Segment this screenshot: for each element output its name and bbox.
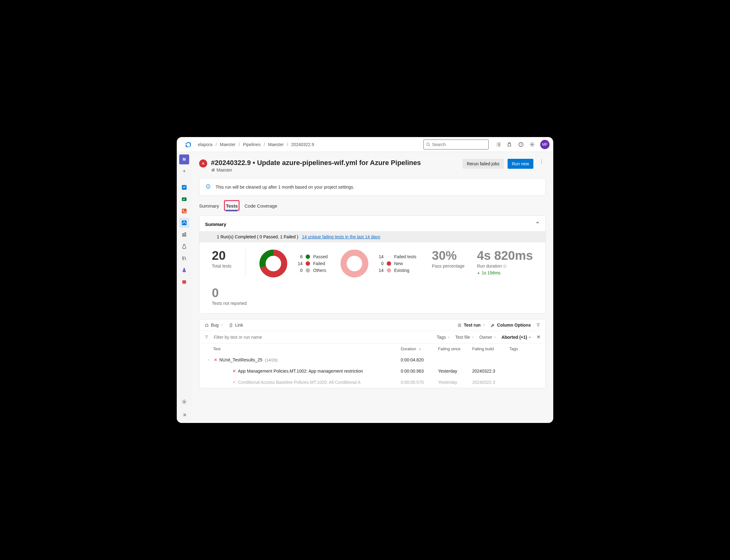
user-avatar[interactable]: MF (540, 140, 549, 149)
legend-passed: 6Passed (295, 254, 328, 259)
list-icon (457, 323, 462, 328)
fail-icon: ✕ (232, 380, 236, 385)
fail-icon: ✕ (232, 369, 236, 374)
run-title: #20240322.9 • Update azure-pipelines-wif… (211, 159, 459, 167)
crumb-org[interactable]: elapora (198, 142, 213, 147)
sidebar-environments-icon[interactable] (179, 230, 189, 240)
retention-banner-text: This run will be cleaned up after 1 mont… (216, 185, 355, 190)
svg-point-21 (206, 324, 208, 327)
column-options-button[interactable]: Column Options (490, 323, 531, 328)
sidebar-packages-icon[interactable] (179, 277, 189, 287)
crumb-pipeline[interactable]: Maester (268, 142, 284, 147)
summary-strip: 1 Run(s) Completed ( 0 Passed, 1 Failed … (200, 231, 545, 242)
table-header: Test Duration Failing since Failing buil… (200, 343, 545, 354)
arrow-down-icon (477, 271, 480, 275)
col-test[interactable]: Test (213, 347, 401, 351)
table-row[interactable]: ✕ Conditional Access Baseline Policies.M… (200, 377, 545, 388)
filter-testfile[interactable]: Test file (455, 335, 474, 340)
search-icon (426, 142, 430, 147)
group-duration: 0:00:04.820 (401, 357, 438, 362)
search-input[interactable] (432, 142, 486, 147)
azure-devops-logo[interactable] (184, 141, 192, 148)
summary-heading: Summary (205, 222, 226, 227)
not-reported-value: 0 (212, 287, 533, 299)
filter-tags[interactable]: Tags (437, 335, 450, 340)
legend-failed-tests: 14Failed tests (376, 254, 416, 259)
chevron-down-icon (482, 324, 485, 327)
svg-point-11 (184, 401, 185, 403)
svg-point-6 (183, 209, 184, 210)
fail-icon: ✕ (214, 357, 218, 362)
crumb-project[interactable]: Maester (220, 142, 236, 147)
legend-others: 0Others (295, 268, 328, 273)
tab-tests[interactable]: Tests (226, 201, 238, 211)
sidebar-boards-icon[interactable] (179, 194, 189, 204)
run-new-button[interactable]: Run new (507, 159, 533, 169)
test-name: App Management Policies.MT.1002: App man… (238, 369, 401, 374)
marketplace-icon[interactable] (507, 141, 513, 148)
more-actions-button[interactable]: ⋮ (537, 159, 546, 165)
chevron-down-icon (221, 324, 224, 327)
filter-icon (204, 335, 209, 339)
link-button[interactable]: Link (229, 323, 243, 328)
failing-build: 20240322.3 (472, 369, 509, 374)
summary-strip-text: 1 Run(s) Completed ( 0 Passed, 1 Failed … (217, 234, 298, 239)
tests-panel: Bug Link Test run Colu (199, 319, 546, 388)
tab-code-coverage[interactable]: Code Coverage (245, 201, 277, 211)
wrench-icon (490, 323, 495, 328)
tab-summary[interactable]: Summary (199, 201, 219, 211)
sidebar-pipelines-icon[interactable] (179, 218, 189, 228)
table-row[interactable]: ✕ App Management Policies.MT.1002: App m… (200, 365, 545, 377)
filter-status[interactable]: Aborted (+1) (501, 335, 531, 340)
sidebar-repos-icon[interactable] (179, 206, 189, 216)
expand-toggle[interactable] (206, 358, 212, 361)
failed-donut-chart (340, 249, 369, 278)
sidebar-artifacts-icon[interactable] (179, 265, 189, 275)
sort-down-icon (418, 347, 421, 351)
sidebar-overview-icon[interactable] (179, 182, 189, 192)
crumb-run[interactable]: 20240322.9 (291, 142, 314, 147)
info-small-icon[interactable] (503, 264, 507, 268)
not-reported-label: Tests not reported (212, 301, 533, 306)
help-icon[interactable]: ? (518, 141, 524, 148)
testrun-dropdown[interactable]: Test run (457, 323, 485, 328)
collapse-icon[interactable]: ⌃ (535, 221, 540, 227)
run-project[interactable]: Maester (211, 168, 459, 172)
duration-delta: 1s 156ms (477, 270, 533, 275)
filter-input[interactable] (214, 335, 295, 340)
col-failing-since[interactable]: Failing since (438, 347, 472, 351)
run-duration-label: Run duration (477, 264, 533, 269)
filter-owner[interactable]: Owner (479, 335, 496, 340)
table-group-row[interactable]: ✕ NUnit_TestResults_25 (14/20) 0:00:04.8… (200, 354, 545, 365)
filter-toggle[interactable] (536, 323, 540, 328)
svg-point-17 (344, 253, 365, 274)
col-duration[interactable]: Duration (401, 347, 438, 351)
unique-failing-link[interactable]: 14 unique failing tests in the last 14 d… (302, 234, 380, 239)
test-name: Conditional Access Baseline Policies.MT.… (238, 380, 401, 385)
failing-since: Yesterday (438, 369, 472, 374)
settings-icon[interactable] (529, 141, 535, 148)
sidebar-settings-icon[interactable] (179, 397, 189, 407)
clear-filters-button[interactable]: ✕ (536, 334, 540, 340)
legend-existing: 14Existing (376, 268, 416, 273)
filter-icon (536, 323, 540, 328)
pass-percentage-label: Pass percentage (432, 264, 464, 269)
svg-rect-14 (208, 186, 208, 187)
run-status-failed-icon (199, 159, 207, 168)
sidebar-add[interactable]: + (179, 166, 189, 176)
search-box[interactable] (423, 140, 489, 149)
bug-dropdown[interactable]: Bug (204, 323, 224, 328)
col-tags[interactable]: Tags (509, 347, 540, 351)
crumb-area[interactable]: Pipelines (243, 142, 261, 147)
breadcrumbs: elapora/ Maester/ Pipelines/ Maester/ 20… (198, 142, 314, 147)
checklist-icon[interactable] (495, 141, 502, 148)
tabs: Summary Tests Code Coverage (192, 201, 553, 211)
sidebar-library-icon[interactable] (179, 253, 189, 263)
sidebar-testplans-icon[interactable] (179, 241, 189, 251)
col-failing-build[interactable]: Failing build (472, 347, 509, 351)
rerun-failed-button[interactable]: Rerun failed jobs (462, 159, 504, 169)
sidebar-project-badge[interactable]: M (179, 154, 189, 164)
legend-failed: 14Failed (295, 261, 328, 266)
info-icon (206, 184, 211, 190)
sidebar-expand-icon[interactable] (179, 410, 189, 420)
